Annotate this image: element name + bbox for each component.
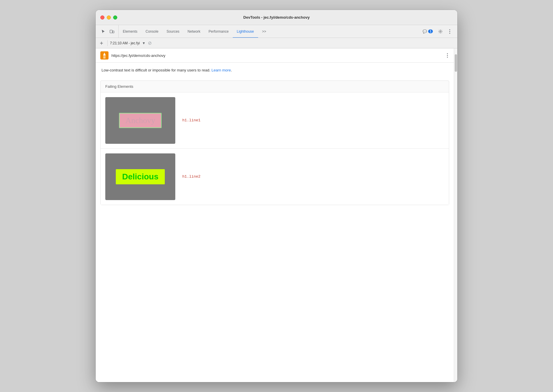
svg-point-12 — [447, 53, 448, 54]
origin-timestamp: 7:21:10 AM - jec.fyi — [110, 41, 140, 45]
svg-rect-0 — [110, 30, 112, 33]
scrollbar-track[interactable] — [454, 48, 457, 382]
svg-point-5 — [449, 33, 450, 34]
close-button[interactable] — [100, 15, 104, 20]
more-options-icon[interactable] — [446, 27, 454, 36]
failing-elements-header: Failing Elements — [101, 81, 449, 92]
table-row: Delicious h1.line2 — [101, 149, 449, 205]
url-bar-more-button[interactable] — [446, 52, 449, 59]
toolbar-icon-group — [97, 25, 119, 38]
tab-console[interactable]: Console — [141, 25, 162, 38]
svg-point-3 — [449, 29, 450, 30]
traffic-lights — [100, 15, 117, 20]
tab-network[interactable]: Network — [183, 25, 204, 38]
svg-point-4 — [449, 31, 450, 32]
lighthouse-logo-icon — [100, 51, 108, 60]
svg-point-13 — [447, 55, 448, 56]
tabs-container: Elements Console Sources Network Perform… — [119, 25, 418, 38]
element-selector-2[interactable]: h1.line2 — [182, 174, 200, 179]
toolbar-right: 💬 1 — [418, 25, 456, 38]
svg-rect-1 — [113, 31, 114, 33]
svg-rect-10 — [103, 56, 106, 56]
svg-point-14 — [447, 57, 448, 58]
tab-more[interactable]: >> — [258, 25, 270, 38]
anchovy-thumbnail: Anchovy — [105, 97, 175, 144]
origin-dropdown-button[interactable]: ▼ — [142, 41, 146, 45]
tab-lighthouse[interactable]: Lighthouse — [233, 25, 258, 38]
svg-rect-11 — [103, 57, 106, 57]
window-title: DevTools - jec.fyi/demo/cds-anchovy — [243, 15, 309, 20]
tab-performance[interactable]: Performance — [204, 25, 233, 38]
svg-rect-9 — [103, 55, 106, 58]
warning-period: . — [231, 68, 232, 72]
delicious-thumbnail: Delicious — [105, 153, 175, 200]
table-row: Anchovy h1.line1 — [101, 92, 449, 149]
page-url: https://jec.fyi/demo/cds-anchovy — [111, 53, 446, 58]
feedback-button[interactable]: 💬 1 — [420, 28, 435, 35]
warning-section: Low-contrast text is difficult or imposs… — [96, 63, 454, 78]
learn-more-link[interactable]: Learn more — [211, 68, 231, 72]
add-tab-button[interactable] — [98, 40, 105, 47]
no-entry-icon: ⊘ — [148, 40, 152, 46]
devtools-window: DevTools - jec.fyi/demo/cds-anchovy Elem… — [96, 10, 457, 382]
failing-elements-container: Failing Elements Anchovy h1.line1 Delici… — [100, 80, 449, 205]
tab-sources[interactable]: Sources — [162, 25, 183, 38]
element-selector-1[interactable]: h1.line1 — [182, 118, 200, 123]
delicious-label: Delicious — [122, 172, 158, 181]
tab-elements[interactable]: Elements — [119, 25, 141, 38]
feedback-badge: 1 — [428, 29, 433, 33]
secondary-toolbar: 7:21:10 AM - jec.fyi ▼ ⊘ — [96, 38, 457, 48]
main-content: https://jec.fyi/demo/cds-anchovy Low-con… — [96, 48, 457, 382]
settings-icon[interactable] — [436, 27, 444, 36]
scrollbar-thumb[interactable] — [455, 54, 457, 72]
delicious-preview-box: Delicious — [116, 169, 165, 184]
toolbar-divider — [107, 40, 108, 46]
devtools-toolbar: Elements Console Sources Network Perform… — [96, 25, 457, 38]
anchovy-preview-box: Anchovy — [119, 113, 162, 128]
title-bar: DevTools - jec.fyi/demo/cds-anchovy — [96, 10, 457, 25]
minimize-button[interactable] — [107, 15, 111, 20]
warning-text: Low-contrast text is difficult or imposs… — [102, 68, 211, 72]
device-toggle-icon[interactable] — [108, 27, 116, 36]
svg-point-2 — [440, 31, 441, 32]
maximize-button[interactable] — [113, 15, 117, 20]
cursor-icon[interactable] — [99, 27, 107, 36]
anchovy-label: Anchovy — [125, 116, 155, 125]
url-bar: https://jec.fyi/demo/cds-anchovy — [96, 48, 454, 63]
content-area: https://jec.fyi/demo/cds-anchovy Low-con… — [96, 48, 454, 382]
